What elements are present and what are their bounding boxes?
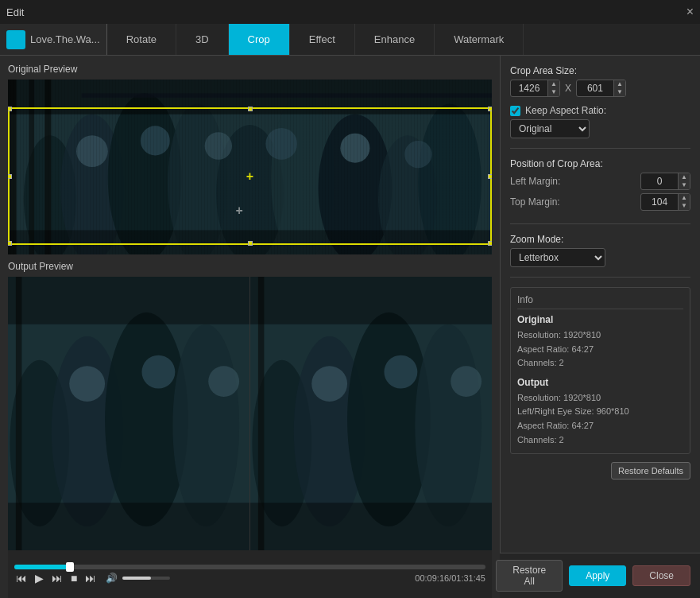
output-preview-area[interactable] [8, 277, 492, 550]
main-area: Original Preview [0, 56, 700, 598]
output-aspect-ratio: Aspect Ratio: 64:27 [517, 419, 683, 433]
close-button[interactable]: Close [632, 565, 690, 586]
window-title: Edit [6, 6, 24, 18]
output-right-eye [250, 277, 492, 550]
progress-bar[interactable] [14, 565, 485, 569]
svg-rect-46 [250, 503, 492, 550]
aspect-ratio-section: Keep Aspect Ratio: Original 16:9 4:3 1:1… [510, 105, 690, 138]
svg-point-39 [415, 324, 481, 526]
left-margin-label: Left Margin: [510, 176, 574, 187]
output-crowd-left [8, 277, 249, 550]
left-margin-input[interactable] [641, 173, 678, 189]
info-section: Info Original Resolution: 1920*810 Aspec… [510, 287, 690, 454]
height-down-button[interactable]: ▼ [614, 88, 625, 96]
svg-rect-45 [250, 277, 492, 324]
tab-bar: Love.The.Wa... Rotate 3D Crop Effect Enh… [0, 24, 700, 56]
svg-point-5 [216, 125, 284, 254]
height-input-group: ▲ ▼ [576, 80, 626, 97]
height-spin-arrows: ▲ ▼ [613, 80, 625, 96]
left-margin-spin: ▲ ▼ [678, 173, 690, 189]
progress-thumb[interactable] [66, 562, 74, 572]
width-input[interactable] [511, 80, 547, 96]
tab-crop[interactable]: Crop [229, 24, 290, 55]
svg-rect-16 [8, 80, 17, 254]
tab-watermark-label: Watermark [454, 33, 504, 45]
tab-file[interactable]: Love.The.Wa... [0, 24, 107, 55]
aspect-ratio-select[interactable]: Original 16:9 4:3 1:1 Custom [510, 119, 590, 138]
svg-point-27 [172, 324, 239, 526]
apply-button[interactable]: Apply [569, 565, 626, 586]
height-input[interactable] [577, 80, 613, 96]
svg-rect-19 [82, 93, 492, 97]
svg-rect-34 [8, 503, 249, 550]
volume-slider[interactable] [122, 577, 170, 580]
top-margin-spin: ▲ ▼ [678, 194, 690, 210]
bottom-bar: Restore All Apply Close [500, 553, 700, 598]
svg-point-11 [141, 126, 170, 155]
svg-point-15 [404, 141, 431, 168]
title-bar: Edit × [0, 0, 700, 24]
play-button[interactable]: ▶ [33, 573, 45, 584]
original-preview-area[interactable]: + [8, 80, 492, 254]
position-label: Position of Crop Area: [510, 158, 690, 169]
svg-rect-20 [8, 80, 492, 115]
svg-point-13 [265, 128, 297, 160]
next-button[interactable]: ⏭ [83, 573, 98, 584]
top-margin-label: Top Margin: [510, 196, 574, 208]
tab-file-label: Love.The.Wa... [30, 33, 100, 45]
svg-point-41 [384, 355, 417, 389]
original-subtitle: Original [517, 314, 683, 325]
zoom-mode-select[interactable]: Letterbox Pan&Scan Full [510, 248, 605, 267]
svg-text:+: + [236, 204, 243, 217]
output-resolution: Resolution: 1920*810 [517, 391, 683, 406]
right-panel: Crop Area Size: ▲ ▼ X ▲ ▼ [500, 56, 700, 598]
output-section: Output Preview [8, 261, 492, 598]
original-aspect-ratio: Aspect Ratio: 64:27 [517, 343, 683, 357]
controls-row: ⏮ ▶ ⏭ ■ ⏭ 🔊 00:09:16/01:31:45 [14, 573, 485, 584]
svg-point-7 [319, 115, 393, 254]
top-margin-input[interactable] [641, 194, 678, 210]
tab-rotate-label: Rotate [126, 33, 157, 45]
output-left-eye [8, 277, 250, 550]
stop-button[interactable]: ■ [69, 573, 79, 584]
tab-effect-label: Effect [309, 33, 335, 45]
left-margin-down[interactable]: ▼ [679, 181, 690, 189]
output-crowd-right [250, 277, 492, 550]
rewind-button[interactable]: ⏮ [14, 573, 29, 584]
output-subtitle: Output [517, 377, 683, 388]
width-down-button[interactable]: ▼ [548, 88, 559, 96]
restore-all-button[interactable]: Restore All [496, 560, 563, 592]
top-margin-input-group: ▲ ▼ [640, 193, 690, 211]
tab-rotate[interactable]: Rotate [107, 24, 176, 55]
svg-rect-33 [8, 277, 249, 324]
svg-rect-17 [29, 80, 34, 254]
close-window-button[interactable]: × [686, 5, 694, 19]
crop-area-size-section: Crop Area Size: ▲ ▼ X ▲ ▼ [510, 65, 690, 97]
keep-aspect-ratio-checkbox[interactable] [510, 106, 520, 116]
top-margin-down[interactable]: ▼ [679, 202, 690, 210]
info-title: Info [517, 294, 683, 309]
zoom-mode-section: Zoom Mode: Letterbox Pan&Scan Full [510, 234, 690, 267]
top-margin-up[interactable]: ▲ [679, 194, 690, 202]
tab-3d[interactable]: 3D [176, 24, 229, 55]
tab-enhance[interactable]: Enhance [355, 24, 435, 55]
output-video-frame [8, 277, 492, 550]
svg-point-8 [378, 135, 437, 254]
volume-icon: 🔊 [106, 573, 118, 584]
width-up-button[interactable]: ▲ [548, 80, 559, 88]
left-margin-up[interactable]: ▲ [679, 173, 690, 181]
fast-forward-button[interactable]: ⏭ [50, 573, 64, 584]
svg-point-4 [168, 104, 226, 254]
original-video-frame: + [8, 80, 492, 254]
svg-rect-21 [8, 230, 492, 254]
divider-3 [510, 277, 690, 278]
restore-defaults-button[interactable]: Restore Defaults [611, 462, 690, 480]
svg-point-28 [69, 366, 105, 402]
height-up-button[interactable]: ▲ [614, 80, 625, 88]
divider-2 [510, 223, 690, 224]
tab-effect[interactable]: Effect [290, 24, 355, 55]
tab-3d-label: 3D [195, 33, 209, 45]
tab-watermark[interactable]: Watermark [435, 24, 524, 55]
svg-rect-18 [44, 80, 51, 254]
svg-point-9 [418, 104, 481, 254]
